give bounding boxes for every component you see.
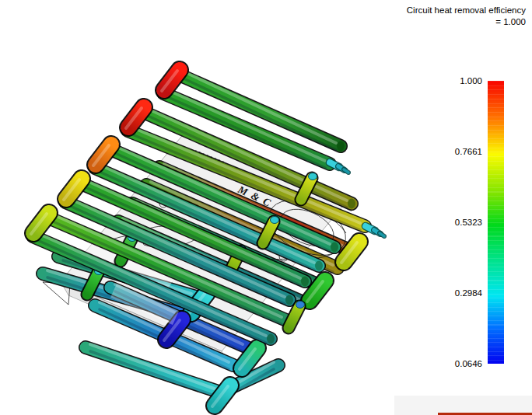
- u-bend-orange: [93, 145, 111, 166]
- scene-3d: M & C: [0, 0, 532, 415]
- u-bend-yellowgreen: [31, 213, 49, 234]
- result-title-line1: Circuit heat removal efficiency: [407, 5, 526, 16]
- legend-tick: 0.5323: [455, 218, 482, 227]
- legend-tick: 0.2984: [455, 288, 482, 298]
- coolant-fitting-1: [330, 162, 348, 173]
- result-title-line2: = 1.000: [407, 16, 526, 28]
- u-bend-yellow: [64, 179, 82, 200]
- result-title: Circuit heat removal efficiency = 1.000: [407, 5, 526, 28]
- legend-tick: 0.7661: [455, 147, 482, 156]
- u-bend-red-1: [162, 70, 180, 91]
- coolant-fitting-2: [366, 226, 384, 236]
- legend-tick: 1.000: [460, 76, 482, 85]
- viewport-3d[interactable]: M & C Circuit heat removal efficiency = …: [0, 0, 532, 415]
- legend-colorbar: [488, 81, 504, 364]
- u-bend-red-2: [126, 107, 144, 128]
- legend-tick: 0.0646: [455, 359, 482, 368]
